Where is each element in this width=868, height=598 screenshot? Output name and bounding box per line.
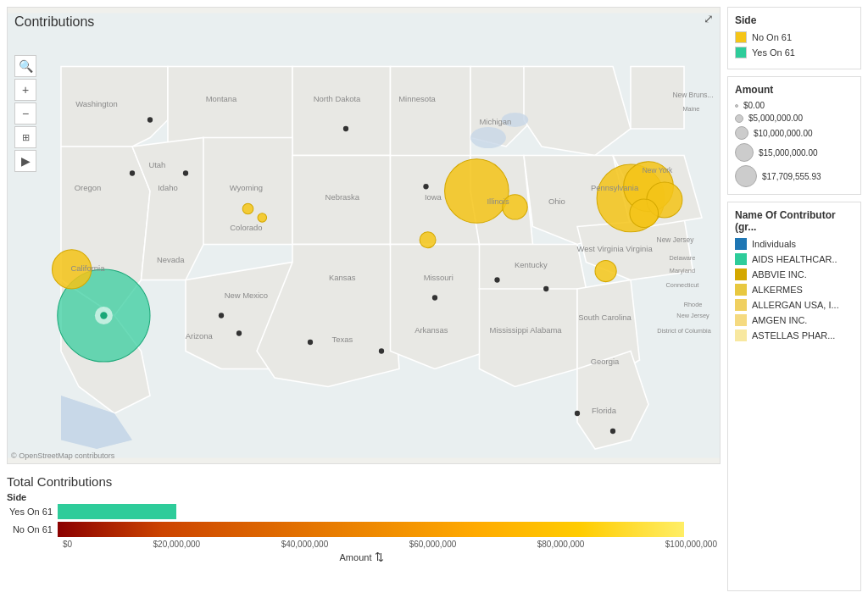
svg-point-15 <box>130 170 135 175</box>
amount-label-0: $0.00 <box>743 101 765 110</box>
astellas-label: ASTELLAS PHAR... <box>752 330 835 341</box>
svg-point-9 <box>432 295 437 300</box>
abbvie-label: ABBVIE INC. <box>752 269 807 280</box>
alkermes-swatch <box>735 284 747 296</box>
svg-text:Iowa: Iowa <box>425 192 442 202</box>
svg-text:California: California <box>71 263 106 273</box>
aids-swatch <box>735 253 747 265</box>
svg-text:Arizona: Arizona <box>186 331 214 341</box>
abbvie-swatch <box>735 269 747 280</box>
chart-section: Total Contributions Side Yes On 61 No On… <box>0 468 724 598</box>
no-bar-row: No On 61 <box>7 522 717 537</box>
svg-point-12 <box>575 411 580 416</box>
zoom-in-button[interactable]: + <box>14 79 36 101</box>
expand-button[interactable]: ⤢ <box>701 11 716 26</box>
amount-legend-title: Amount <box>735 84 854 96</box>
alkermes-label: ALKERMES <box>752 285 803 295</box>
allergan-swatch <box>735 299 747 311</box>
side-legend-title: Side <box>735 14 854 26</box>
svg-text:Connecticut: Connecticut <box>666 281 699 289</box>
svg-point-13 <box>610 429 615 434</box>
contributor-allergan: ALLERGAN USA, I... <box>735 299 854 311</box>
svg-text:South Carolina: South Carolina <box>578 313 632 322</box>
svg-text:Nevada: Nevada <box>157 255 185 264</box>
svg-text:Mississippi Alabama: Mississippi Alabama <box>490 326 563 335</box>
svg-point-6 <box>236 330 242 335</box>
svg-point-16 <box>423 184 428 189</box>
contributor-aids: AIDS HEALTHCAR.. <box>735 253 854 265</box>
amount-row-0: $0.00 <box>735 101 854 110</box>
contributor-alkermes: ALKERMES <box>735 284 854 296</box>
pa-bubble4[interactable] <box>630 199 659 228</box>
no-bar <box>58 522 684 537</box>
svg-text:New Mexico: New Mexico <box>225 291 268 300</box>
x-tick-1: $20,000,000 <box>153 540 201 549</box>
svg-text:Maine: Maine <box>682 105 699 113</box>
x-tick-0: $0 <box>63 540 72 549</box>
svg-text:Minnesota: Minnesota <box>398 95 436 104</box>
svg-text:New Jersey: New Jersey <box>657 235 695 244</box>
svg-text:Illinois: Illinois <box>487 197 509 206</box>
search-button[interactable]: 🔍 <box>14 55 36 77</box>
co-bubble2[interactable] <box>258 213 267 223</box>
yes-bar-container <box>58 504 717 519</box>
chart-title: Total Contributions <box>7 474 717 489</box>
svg-text:North Dakota: North Dakota <box>314 95 361 104</box>
svg-text:Wyoming: Wyoming <box>230 184 263 193</box>
amount-circle-3 <box>735 143 754 162</box>
amgen-swatch <box>735 314 747 326</box>
amount-label-3: $15,000,000.00 <box>759 148 818 158</box>
no-on-61-swatch <box>735 31 747 43</box>
x-axis: $0 $20,000,000 $40,000,000 $60,000,000 $… <box>7 540 717 549</box>
amgen-label: AMGEN INC. <box>752 315 807 325</box>
contributor-legend-title: Name Of Contributor (gr... <box>735 209 854 233</box>
right-panel: Side No On 61 Yes On 61 Amount $0.00 $5, <box>724 0 868 598</box>
yes-on-61-label: Yes On 61 <box>752 47 795 58</box>
yes-bar-row: Yes On 61 <box>7 504 717 519</box>
no-on-61-label: No On 61 <box>752 32 792 42</box>
no-on-61-legend-item: No On 61 <box>735 31 854 43</box>
co-bubble[interactable] <box>242 203 253 214</box>
chart-side-label: Side <box>7 492 717 502</box>
mo-bubble[interactable] <box>420 232 436 248</box>
filter-button[interactable]: ⊞ <box>14 126 36 148</box>
contributor-astellas: ASTELLAS PHAR... <box>735 329 854 341</box>
zoom-out-button[interactable]: − <box>14 102 36 125</box>
no-bar-container <box>58 522 717 537</box>
svg-text:Kentucky: Kentucky <box>515 260 548 269</box>
svg-text:New Bruns...: New Bruns... <box>673 91 714 99</box>
individuals-label: Individuals <box>752 239 796 249</box>
amount-legend: Amount $0.00 $5,000,000.00 $10,000,000.0… <box>727 76 861 195</box>
amount-row-3: $15,000,000.00 <box>735 143 854 162</box>
svg-point-7 <box>308 340 313 345</box>
nc-bubble[interactable] <box>595 260 616 281</box>
amount-circle-1 <box>735 114 743 123</box>
amount-rows: $0.00 $5,000,000.00 $10,000,000.00 $15,0… <box>735 101 854 187</box>
svg-text:New York: New York <box>643 167 673 175</box>
contributor-amgen: AMGEN INC. <box>735 314 854 326</box>
play-button[interactable]: ▶ <box>14 150 36 172</box>
amount-label-1: $5,000,000.00 <box>748 114 803 123</box>
svg-text:Texas: Texas <box>331 335 353 344</box>
svg-text:Utah: Utah <box>148 160 165 169</box>
svg-text:New Jersey: New Jersey <box>676 312 709 319</box>
aids-label: AIDS HEALTHCAR.. <box>752 254 837 264</box>
svg-text:Rhode: Rhode <box>684 301 703 308</box>
side-legend: Side No On 61 Yes On 61 <box>727 7 861 69</box>
us-map: Washington Montana North Dakota Minnesot… <box>8 8 720 463</box>
chicago-bubble[interactable] <box>445 159 509 224</box>
svg-text:Florida: Florida <box>592 406 617 415</box>
no-bar-label: No On 61 <box>7 524 58 534</box>
svg-point-1 <box>470 127 506 148</box>
contributor-abbvie: ABBVIE INC. <box>735 269 854 280</box>
svg-text:West Virginia Virginia: West Virginia Virginia <box>577 244 654 253</box>
contributor-individuals: Individuals <box>735 238 854 250</box>
individuals-swatch <box>735 238 747 250</box>
svg-text:Arkansas: Arkansas <box>415 326 448 335</box>
svg-text:Delaware: Delaware <box>669 254 695 262</box>
svg-text:District of Columbia: District of Columbia <box>657 327 711 335</box>
x-axis-title: Amount ⇅ <box>7 551 717 563</box>
map-section: Contributions ⤢ 🔍 + − ⊞ ▶ <box>7 7 721 464</box>
yes-on-61-swatch <box>735 47 747 58</box>
yes-bar-label: Yes On 61 <box>7 507 58 517</box>
